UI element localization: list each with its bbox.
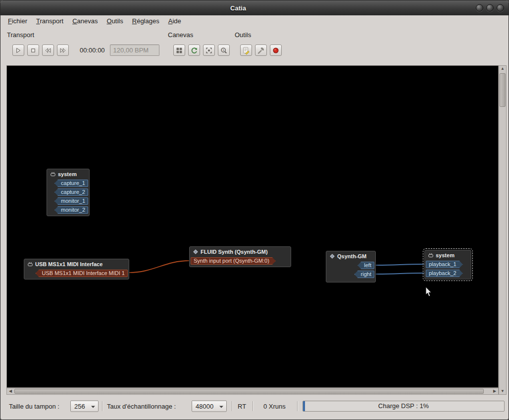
node-qsynth-gm[interactable]: Qsynth-GMleftright	[326, 251, 376, 282]
node-header: USB MS1x1 MIDI Interface	[24, 259, 129, 269]
scroll-down-icon[interactable]: ▼	[499, 388, 506, 394]
refresh-icon	[190, 46, 199, 55]
vertical-scrollbar[interactable]: ▲ ▼	[499, 65, 507, 395]
node-system-capture[interactable]: systemcapture_1capture_2monitor_1monitor…	[47, 169, 90, 216]
realtime-badge: RT	[238, 403, 246, 410]
node-header: system	[425, 250, 471, 260]
logs-button[interactable]	[240, 45, 252, 56]
port-capture-2[interactable]: capture_2	[54, 188, 88, 196]
window-maximize-button[interactable]	[486, 4, 494, 12]
window-controls	[476, 4, 504, 12]
menu-canevas[interactable]: Canevas	[68, 15, 102, 27]
port-playback-1[interactable]: playback_1	[426, 261, 463, 268]
port-monitor-1[interactable]: monitor_1	[54, 197, 88, 205]
node-title: USB MS1x1 MIDI Interface	[35, 261, 102, 267]
horizontal-scrollbar[interactable]: ◀ ▶	[6, 388, 499, 395]
window-minimize-button[interactable]	[476, 4, 483, 12]
play-button[interactable]	[12, 45, 24, 56]
node-header: FLUID Synth (Qsynth-GM)	[190, 247, 291, 256]
scroll-up-icon[interactable]: ▲	[499, 66, 506, 72]
node-system-playback[interactable]: systemplayback_1playback_2	[424, 250, 471, 280]
node-header: Qsynth-GM	[326, 251, 375, 261]
scroll-right-icon[interactable]: ▶	[491, 388, 498, 394]
menu-outils[interactable]: Outils	[102, 15, 128, 27]
node-title: Qsynth-GM	[337, 253, 366, 259]
buffer-size-combo[interactable]: 256	[70, 401, 99, 412]
menu-fichier[interactable]: Fichier	[3, 15, 32, 27]
canvas-group-label: Canevas	[168, 31, 233, 39]
wrench-icon	[256, 46, 265, 55]
hardware-icon	[428, 252, 434, 258]
audio-cable	[376, 264, 424, 265]
refresh-button[interactable]	[188, 45, 200, 56]
stop-icon	[29, 46, 38, 55]
application-icon	[193, 249, 199, 255]
transport-group-label: Transport	[7, 31, 159, 39]
rewind-button[interactable]	[42, 45, 54, 56]
chevron-down-icon	[219, 406, 223, 408]
transport-group: Transport 00:00:00 120,00 BPM	[7, 31, 159, 56]
port-usb-ms1x1-midi-interface-midi-1[interactable]: USB MS1x1 MIDI Interface MIDI 1	[36, 270, 128, 277]
node-title: FLUID Synth (Qsynth-GM)	[201, 249, 268, 255]
midi-cable	[129, 261, 189, 273]
menu-reglages[interactable]: Réglages	[128, 15, 164, 27]
audio-cable	[376, 273, 424, 274]
node-title: system	[436, 252, 455, 258]
statusbar-separator	[232, 401, 233, 411]
port-monitor-2[interactable]: monitor_2	[54, 206, 88, 214]
titlebar[interactable]: Catia	[0, 0, 509, 15]
xruns-count: 0 Xruns	[263, 403, 286, 410]
record-icon	[271, 46, 280, 55]
statusbar-separator	[253, 401, 254, 411]
statusbar: Taille du tampon : 256 Taux d'échantillo…	[1, 399, 508, 413]
cables-layer	[7, 66, 498, 387]
port-synth-input-port-qsynth-gm-0[interactable]: Synth input port (Qsynth-GM:0)	[191, 257, 276, 265]
menu-transport[interactable]: Transport	[32, 15, 68, 27]
play-icon	[14, 46, 23, 55]
vertical-scrollbar-thumb[interactable]	[500, 73, 506, 107]
port-left[interactable]: left	[357, 262, 374, 269]
rewind-icon	[44, 46, 52, 55]
bpm-field[interactable]: 120,00 BPM	[110, 45, 159, 56]
toolbar: Transport 00:00:00 120,00 BPM Canevas 1 …	[1, 27, 508, 65]
transport-time-display: 00:00:00	[80, 47, 105, 54]
port-right[interactable]: right	[355, 271, 374, 278]
svg-text:1: 1	[222, 48, 224, 51]
scroll-left-icon[interactable]: ◀	[7, 388, 14, 394]
fast-forward-icon	[58, 46, 67, 55]
menu-aide[interactable]: Aide	[164, 15, 186, 27]
wrench-button[interactable]	[255, 45, 267, 56]
zoom-original-button[interactable]: 1	[218, 45, 230, 56]
fast-forward-button[interactable]	[57, 45, 69, 56]
record-button[interactable]	[270, 45, 282, 56]
mouse-cursor	[425, 287, 432, 297]
horizontal-scrollbar-thumb[interactable]	[14, 389, 484, 394]
menubar: FichierTransportCanevasOutilsRéglagesAid…	[1, 15, 508, 27]
window-close-button[interactable]	[497, 4, 504, 12]
hardware-icon	[27, 261, 33, 267]
node-fluid-synth[interactable]: FLUID Synth (Qsynth-GM)Synth input port …	[189, 246, 291, 267]
zoom-original-icon: 1	[219, 46, 228, 55]
node-title: system	[58, 171, 77, 177]
node-usb-midi-interface[interactable]: USB MS1x1 MIDI InterfaceUSB MS1x1 MIDI I…	[24, 259, 129, 280]
statusbar-separator	[102, 401, 103, 411]
sample-rate-value: 48000	[196, 403, 213, 410]
arrange-icon	[175, 46, 184, 55]
sample-rate-label: Taux d'échantillonnage :	[107, 403, 176, 410]
chevron-down-icon	[91, 406, 95, 408]
sample-rate-combo[interactable]: 48000	[192, 401, 227, 412]
port-capture-1[interactable]: capture_1	[54, 180, 88, 187]
tools-group: Outils	[235, 31, 285, 56]
canvas-group: Canevas 1	[168, 31, 233, 56]
hardware-icon	[50, 171, 56, 177]
patchbay-canvas[interactable]: systemcapture_1capture_2monitor_1monitor…	[6, 65, 499, 388]
arrange-button[interactable]	[173, 45, 185, 56]
port-playback-2[interactable]: playback_2	[426, 270, 463, 277]
dsp-load-text: Charge DSP : 1%	[303, 401, 504, 411]
tools-group-label: Outils	[235, 31, 285, 39]
statusbar-separator	[297, 401, 298, 411]
zoom-fit-button[interactable]	[203, 45, 215, 56]
window-title: Catia	[230, 4, 246, 12]
stop-button[interactable]	[27, 45, 39, 56]
buffer-size-label: Taille du tampon :	[9, 403, 59, 410]
